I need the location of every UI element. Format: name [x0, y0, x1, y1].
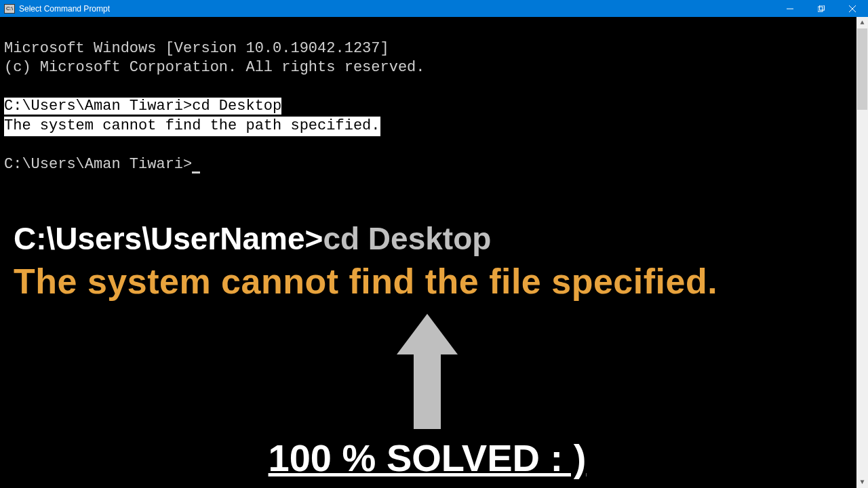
prompt-1: C:\Users\Aman Tiwari> — [4, 98, 192, 115]
terminal-body[interactable]: Microsoft Windows [Version 10.0.19042.12… — [0, 17, 868, 488]
cmd-icon: C:\ — [4, 4, 15, 14]
maximize-button[interactable] — [806, 0, 837, 17]
scroll-up-icon[interactable]: ▲ — [856, 17, 868, 28]
copyright-line: (c) Microsoft Corporation. All rights re… — [4, 59, 425, 76]
version-line: Microsoft Windows [Version 10.0.19042.12… — [4, 40, 389, 57]
scroll-thumb[interactable] — [857, 28, 867, 110]
prompt-2: C:\Users\Aman Tiwari> — [4, 156, 192, 173]
svg-rect-2 — [820, 5, 825, 10]
command-1: cd Desktop — [192, 98, 281, 115]
scroll-down-icon[interactable]: ▼ — [856, 476, 868, 488]
svg-marker-5 — [397, 314, 458, 429]
vertical-scrollbar[interactable]: ▲ ▼ — [856, 17, 868, 488]
overlay-prompt: C:\Users\UserName> — [14, 221, 323, 256]
window-title: Select Command Prompt — [19, 4, 774, 14]
window-titlebar: C:\ Select Command Prompt — [0, 0, 868, 17]
close-button[interactable] — [837, 0, 868, 17]
prompt-line-1: C:\Users\Aman Tiwari>cd Desktop — [4, 98, 281, 115]
svg-rect-1 — [818, 7, 823, 12]
terminal-content: Microsoft Windows [Version 10.0.19042.12… — [0, 17, 868, 178]
overlay: C:\Users\UserName>cd Desktop The system … — [14, 220, 841, 480]
overlay-cmd-line: C:\Users\UserName>cd Desktop — [14, 220, 841, 257]
prompt-line-2: C:\Users\Aman Tiwari> — [4, 156, 200, 173]
up-arrow-icon — [397, 314, 458, 429]
overlay-error-text: The system cannot find the file specifie… — [14, 261, 841, 302]
cursor-icon — [192, 171, 200, 174]
minimize-button[interactable] — [774, 0, 806, 17]
solved-text: 100 % SOLVED : ) — [14, 436, 841, 480]
error-line-1: The system cannot find the path specifie… — [4, 117, 380, 136]
overlay-cmd-text: cd Desktop — [323, 221, 491, 256]
window-controls — [774, 0, 868, 17]
